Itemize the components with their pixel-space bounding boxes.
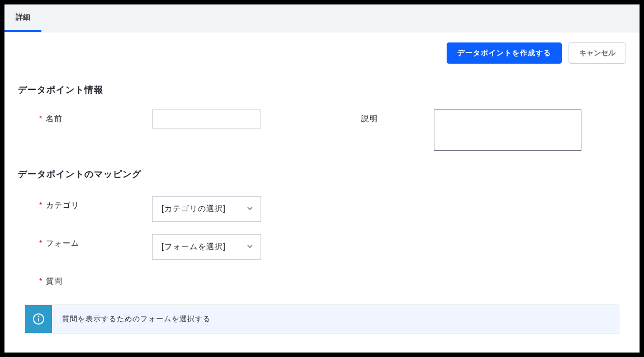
name-group: *名前 <box>18 110 322 128</box>
cancel-button[interactable]: キャンセル <box>569 42 626 64</box>
section-title-mapping: データポイントのマッピング <box>18 169 626 180</box>
svg-point-2 <box>39 316 39 317</box>
category-label: *カテゴリ <box>18 196 152 211</box>
form-content: データポイント情報 *名前 説明 データポイントのマッピング *カテゴリ <box>4 74 640 344</box>
info-message: 質問を表示するためのフォームを選択する <box>52 305 221 333</box>
tab-detail[interactable]: 詳細 <box>4 4 41 32</box>
question-label: *質問 <box>18 272 152 287</box>
category-select[interactable]: [カテゴリの選択] <box>152 196 261 222</box>
page-container: 詳細 データポイントを作成する キャンセル データポイント情報 *名前 説明 デ… <box>4 4 640 353</box>
info-banner: 質問を表示するためのフォームを選択する <box>25 304 619 334</box>
form-select[interactable]: [フォームを選択] <box>152 234 261 260</box>
required-indicator: * <box>39 277 42 285</box>
tab-bar: 詳細 <box>4 4 640 32</box>
form-select-wrapper: [フォームを選択] <box>152 234 261 260</box>
description-input[interactable] <box>434 110 581 151</box>
mapping-rows: *カテゴリ [カテゴリの選択] *フォーム [フォームを選 <box>18 196 626 287</box>
name-input[interactable] <box>152 110 261 128</box>
description-group: 説明 <box>322 110 626 151</box>
info-row: *名前 説明 <box>18 110 626 151</box>
required-indicator: * <box>39 201 42 210</box>
category-row: *カテゴリ [カテゴリの選択] <box>18 196 626 222</box>
create-button[interactable]: データポイントを作成する <box>447 42 562 64</box>
info-icon <box>25 305 52 333</box>
question-row: *質問 <box>18 272 626 287</box>
section-title-info: データポイント情報 <box>18 84 626 96</box>
description-label: 説明 <box>322 110 434 124</box>
name-label: *名前 <box>18 110 152 124</box>
action-bar: データポイントを作成する キャンセル <box>4 32 640 74</box>
category-select-wrapper: [カテゴリの選択] <box>152 196 261 222</box>
form-label: *フォーム <box>18 234 152 249</box>
required-indicator: * <box>39 114 42 123</box>
required-indicator: * <box>39 239 42 247</box>
form-select-row: *フォーム [フォームを選択] <box>18 234 626 260</box>
